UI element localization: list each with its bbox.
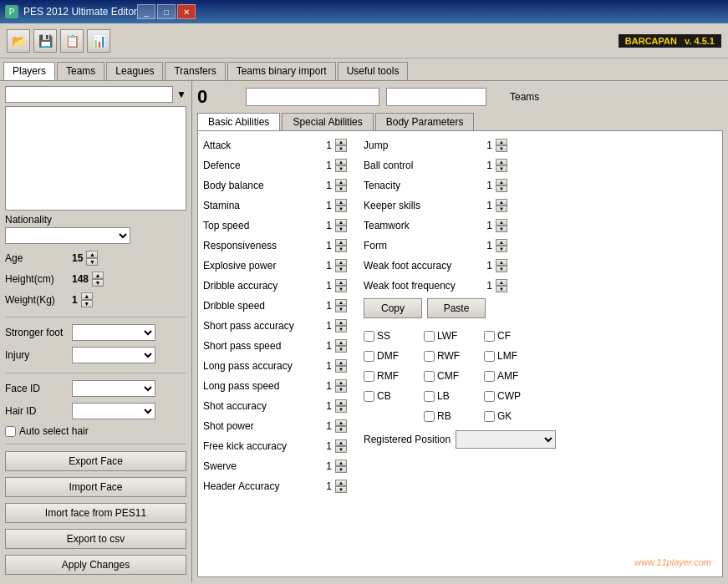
right-stat-up-2[interactable]: ▲	[496, 179, 507, 185]
right-stat-up-6[interactable]: ▲	[496, 259, 507, 266]
stat-up-6[interactable]: ▲	[335, 259, 347, 266]
stat-up-7[interactable]: ▲	[335, 279, 347, 286]
stat-down-11[interactable]: ▼	[335, 366, 347, 373]
stat-up-11[interactable]: ▲	[335, 359, 347, 366]
pos-checkbox-LMF[interactable]	[484, 351, 495, 362]
stat-down-14[interactable]: ▼	[335, 426, 347, 433]
right-stat-down-0[interactable]: ▼	[496, 145, 507, 152]
stat-up-4[interactable]: ▲	[335, 219, 347, 226]
maximize-button[interactable]: □	[157, 4, 176, 19]
pos-checkbox-SS[interactable]	[364, 331, 374, 342]
stat-up-10[interactable]: ▲	[335, 339, 347, 346]
search-input[interactable]	[5, 86, 173, 103]
weight-up-button[interactable]: ▲	[81, 292, 93, 300]
height-up-button[interactable]: ▲	[92, 272, 104, 279]
tab-body-parameters[interactable]: Body Parameters	[375, 113, 475, 130]
export-csv-button[interactable]: Export to csv	[5, 529, 186, 549]
stat-up-3[interactable]: ▲	[335, 199, 347, 206]
stat-up-15[interactable]: ▲	[335, 439, 347, 446]
right-stat-down-2[interactable]: ▼	[496, 185, 507, 192]
filter-icon[interactable]: ▼	[176, 89, 186, 100]
right-stat-down-7[interactable]: ▼	[496, 286, 507, 292]
age-up-button[interactable]: ▲	[86, 251, 98, 258]
minimize-button[interactable]: _	[137, 4, 155, 19]
player-list[interactable]	[5, 106, 186, 211]
stat-up-13[interactable]: ▲	[335, 399, 347, 406]
nationality-dropdown[interactable]	[5, 227, 130, 244]
pos-checkbox-RWF[interactable]	[424, 351, 435, 362]
stat-up-0[interactable]: ▲	[335, 139, 347, 145]
stat-up-17[interactable]: ▲	[335, 480, 347, 486]
stat-down-6[interactable]: ▼	[335, 266, 347, 272]
hair-id-dropdown[interactable]	[72, 403, 155, 419]
stat-down-2[interactable]: ▼	[335, 185, 347, 192]
tab-teams-binary[interactable]: Teams binary import	[227, 62, 336, 80]
tab-special-abilities[interactable]: Special Abilities	[282, 113, 373, 130]
pos-checkbox-LB[interactable]	[424, 391, 435, 402]
stat-down-4[interactable]: ▼	[335, 226, 347, 232]
right-stat-up-1[interactable]: ▲	[496, 159, 507, 165]
grid-button[interactable]: 📊	[87, 29, 110, 53]
pos-checkbox-AMF[interactable]	[484, 371, 495, 382]
tab-basic-abilities[interactable]: Basic Abilities	[197, 113, 280, 130]
paste-button[interactable]: Paste	[427, 298, 486, 318]
tab-transfers[interactable]: Transfers	[165, 62, 225, 80]
stat-down-16[interactable]: ▼	[335, 466, 347, 473]
stat-up-9[interactable]: ▲	[335, 319, 347, 326]
right-stat-up-4[interactable]: ▲	[496, 219, 507, 226]
pos-checkbox-CF[interactable]	[484, 331, 495, 342]
tab-leagues[interactable]: Leagues	[106, 62, 163, 80]
stat-down-12[interactable]: ▼	[335, 386, 347, 393]
stat-down-7[interactable]: ▼	[335, 286, 347, 292]
stat-up-8[interactable]: ▲	[335, 299, 347, 306]
height-down-button[interactable]: ▼	[92, 279, 104, 287]
right-stat-up-5[interactable]: ▲	[496, 239, 507, 246]
pos-checkbox-DMF[interactable]	[364, 351, 374, 362]
pos-checkbox-CMF[interactable]	[424, 371, 435, 382]
weight-down-button[interactable]: ▼	[81, 300, 93, 307]
tab-players[interactable]: Players	[3, 62, 55, 80]
auto-select-hair-checkbox[interactable]	[5, 426, 16, 437]
player-name-input2[interactable]	[386, 88, 486, 106]
injury-dropdown[interactable]	[72, 347, 155, 363]
stat-down-10[interactable]: ▼	[335, 346, 347, 353]
open-button[interactable]: 📂	[7, 29, 30, 53]
stat-down-8[interactable]: ▼	[335, 306, 347, 312]
imort-pes11-button[interactable]: Imort face from PES11	[5, 503, 186, 523]
stronger-foot-dropdown[interactable]	[72, 324, 155, 341]
pos-checkbox-RB[interactable]	[424, 411, 435, 422]
right-stat-down-4[interactable]: ▼	[496, 226, 507, 232]
right-stat-up-7[interactable]: ▲	[496, 279, 507, 286]
import-face-button[interactable]: Import Face	[5, 477, 186, 497]
stat-down-1[interactable]: ▼	[335, 165, 347, 172]
stat-down-3[interactable]: ▼	[335, 206, 347, 212]
pos-checkbox-GK[interactable]	[484, 411, 495, 422]
age-down-button[interactable]: ▼	[86, 258, 98, 266]
stat-up-1[interactable]: ▲	[335, 159, 347, 165]
stat-down-15[interactable]: ▼	[335, 446, 347, 453]
stat-down-0[interactable]: ▼	[335, 145, 347, 152]
pos-checkbox-LWF[interactable]	[424, 331, 435, 342]
right-stat-down-6[interactable]: ▼	[496, 266, 507, 272]
right-stat-down-3[interactable]: ▼	[496, 206, 507, 212]
player-name-input[interactable]	[246, 88, 379, 106]
stat-up-16[interactable]: ▲	[335, 460, 347, 466]
close-button[interactable]: ✕	[177, 4, 196, 19]
tab-teams[interactable]: Teams	[57, 62, 104, 80]
stat-up-12[interactable]: ▲	[335, 379, 347, 386]
save-button[interactable]: 💾	[33, 29, 57, 53]
registered-position-dropdown[interactable]	[456, 430, 556, 449]
right-stat-down-5[interactable]: ▼	[496, 246, 507, 252]
pos-checkbox-CWP[interactable]	[484, 391, 495, 402]
pos-checkbox-CB[interactable]	[364, 391, 374, 402]
copy-toolbar-button[interactable]: 📋	[60, 29, 84, 53]
right-stat-up-3[interactable]: ▲	[496, 199, 507, 206]
stat-down-13[interactable]: ▼	[335, 406, 347, 413]
stat-down-5[interactable]: ▼	[335, 246, 347, 252]
export-face-button[interactable]: Export Face	[5, 451, 186, 471]
pos-checkbox-RMF[interactable]	[364, 371, 374, 382]
copy-button[interactable]: Copy	[364, 298, 422, 318]
right-stat-down-1[interactable]: ▼	[496, 165, 507, 172]
stat-down-17[interactable]: ▼	[335, 486, 347, 493]
right-stat-up-0[interactable]: ▲	[496, 139, 507, 145]
